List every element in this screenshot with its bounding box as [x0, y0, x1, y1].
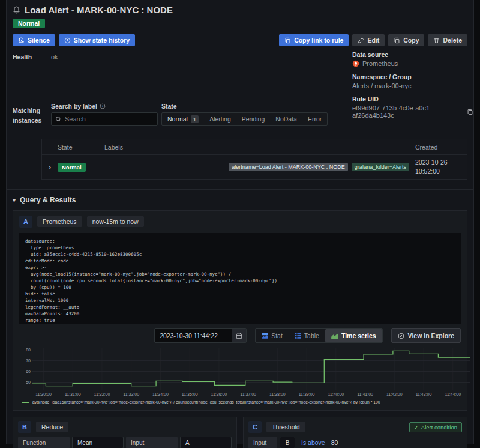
chevron-down-icon: ▾ — [13, 197, 16, 204]
chevron-right-icon[interactable]: › — [42, 162, 58, 172]
table-row[interactable]: › Normal alertname=Load Alert - MARK-00-… — [42, 155, 467, 179]
view-in-explore-button[interactable]: View in Explore — [391, 328, 461, 343]
query-yaml: datasource: type: prometheus uid: a35ecc… — [25, 238, 455, 324]
input-value[interactable]: A — [180, 437, 232, 448]
section-title: Query & Results — [20, 196, 76, 204]
query-refid-badge: A — [19, 216, 32, 228]
svg-text:50: 50 — [26, 380, 31, 384]
svg-text:11:31:00: 11:31:00 — [65, 392, 81, 396]
view-timeseries-button[interactable]: Time series — [325, 329, 382, 342]
copy-link-icon — [284, 37, 291, 44]
page-header: Load Alert - MARK-00-NYC : NODE Normal S… — [7, 0, 473, 46]
svg-text:11:39:00: 11:39:00 — [299, 392, 315, 396]
bell-slash-icon — [18, 37, 25, 44]
svg-text:11:38:00: 11:38:00 — [269, 392, 286, 396]
filter-normal-count: 1 — [191, 115, 199, 123]
function-value[interactable]: Mean — [72, 437, 124, 448]
instances-table-header: State Labels Created — [42, 139, 467, 155]
label-badge-folder: grafana_folder=Alerts — [352, 163, 409, 171]
threshold-refid-badge: C — [248, 421, 262, 433]
svg-text:60: 60 — [26, 369, 31, 374]
namespace-value: Alerts / mark-00-nyc — [352, 82, 411, 89]
filter-normal[interactable]: Normal 1 — [162, 113, 204, 125]
status-badge: Normal — [13, 19, 45, 28]
svg-text:i: i — [102, 104, 103, 108]
calendar-icon[interactable] — [232, 329, 246, 342]
reduce-title-chip: Reduce — [36, 422, 68, 432]
label-badge-alertname: alertname=Load Alert - MARK-00-NYC : NOD… — [229, 163, 347, 171]
timeseries-chart[interactable]: 11:30:0011:31:0011:32:0011:33:0011:34:00… — [19, 347, 473, 397]
input-label: Input — [126, 437, 178, 448]
info-icon: i — [100, 103, 106, 109]
legend-series-name: avg(node_load15{instance="mark-00-nyc",j… — [32, 400, 380, 404]
view-stat-button[interactable]: Stat — [256, 329, 289, 342]
svg-text:11:42:00: 11:42:00 — [386, 392, 403, 396]
compass-icon — [398, 333, 404, 339]
state-filter-group: Normal 1 Alerting Pending NoData Error — [161, 112, 328, 126]
function-label: Function — [18, 437, 70, 448]
col-created-header: Created — [415, 144, 467, 151]
health-label: Health — [13, 53, 38, 61]
matching-instances-section: Matching instances Search by label i Sta… — [7, 103, 473, 104]
col-state-header: State — [58, 144, 104, 151]
alert-condition-badge: ✓ Alert condition — [409, 422, 462, 432]
chart-area[interactable]: 11:30:0011:31:0011:32:0011:33:0011:34:00… — [19, 347, 461, 398]
prometheus-icon — [352, 60, 359, 67]
copy-link-button[interactable]: Copy link to rule — [279, 34, 349, 46]
silence-button[interactable]: Silence — [13, 34, 55, 46]
time-range-chip[interactable]: now-15m to now — [87, 216, 144, 227]
threshold-input-label: Input — [248, 437, 277, 448]
search-input-container — [51, 112, 158, 126]
bell-icon — [13, 6, 20, 14]
clipboard-copy-icon[interactable] — [467, 109, 473, 115]
query-code-block: datasource: type: prometheus uid: a35ecc… — [19, 233, 461, 324]
stat-icon — [262, 333, 268, 339]
edit-button[interactable]: Edit — [352, 34, 385, 46]
threshold-title-chip: Threshold — [266, 422, 305, 432]
datasource-label: Data source — [352, 51, 473, 58]
view-toggle-group: Stat Table Time series — [255, 328, 382, 343]
delete-button[interactable]: Delete — [428, 34, 467, 46]
datasource-chip[interactable]: Prometheus — [37, 216, 82, 227]
svg-text:11:41:00: 11:41:00 — [357, 392, 373, 396]
matching-instances-label: Matching instances — [13, 106, 47, 126]
search-input[interactable] — [65, 115, 149, 123]
pencil-icon — [358, 37, 364, 44]
namespace-label: Namespace / Group — [352, 73, 473, 80]
filter-error[interactable]: Error — [302, 113, 327, 125]
alert-detail-page: Load Alert - MARK-00-NYC : NODE Normal S… — [6, 0, 474, 444]
threshold-panel: C Threshold ✓ Alert condition Input B Is… — [243, 417, 467, 448]
timestamp-input[interactable] — [155, 329, 232, 342]
svg-text:11:36:00: 11:36:00 — [211, 392, 227, 396]
meta-section: Health ok Data source Prometheus Namespa… — [7, 46, 473, 103]
reduce-refid-badge: B — [18, 421, 31, 433]
filter-pending[interactable]: Pending — [236, 113, 271, 125]
svg-text:11:44:00: 11:44:00 — [445, 392, 461, 396]
filter-alerting[interactable]: Alerting — [204, 113, 236, 125]
col-labels-header: Labels — [104, 144, 415, 151]
threshold-value[interactable]: 80 — [331, 439, 338, 446]
created-time: 10:52:00 — [415, 167, 467, 176]
svg-text:11:34:00: 11:34:00 — [152, 392, 169, 396]
timeseries-icon — [331, 333, 338, 339]
svg-text:11:33:00: 11:33:00 — [123, 392, 139, 396]
copy-icon — [394, 37, 400, 44]
query-results-section-header[interactable]: ▾ Query & Results — [7, 189, 473, 205]
clock-icon — [64, 37, 71, 44]
chart-legend[interactable]: avg(node_load15{instance="mark-00-nyc",j… — [19, 400, 461, 404]
view-table-button[interactable]: Table — [289, 329, 325, 342]
timestamp-input-container — [154, 328, 247, 343]
instances-table: State Labels Created › Normal alertname=… — [41, 139, 467, 180]
table-icon — [295, 333, 301, 339]
svg-text:70: 70 — [26, 359, 31, 363]
svg-text:80: 80 — [26, 348, 31, 352]
filter-nodata[interactable]: NoData — [270, 113, 302, 125]
trash-icon — [433, 37, 440, 44]
show-state-history-button[interactable]: Show state history — [59, 34, 135, 46]
threshold-condition[interactable]: Is above — [301, 439, 325, 446]
state-filter-label: State — [161, 103, 177, 110]
svg-text:11:40:00: 11:40:00 — [328, 392, 344, 396]
copy-button[interactable]: Copy — [388, 34, 424, 46]
threshold-input-value[interactable]: B — [280, 437, 295, 448]
row-state-badge: Normal — [58, 163, 86, 172]
